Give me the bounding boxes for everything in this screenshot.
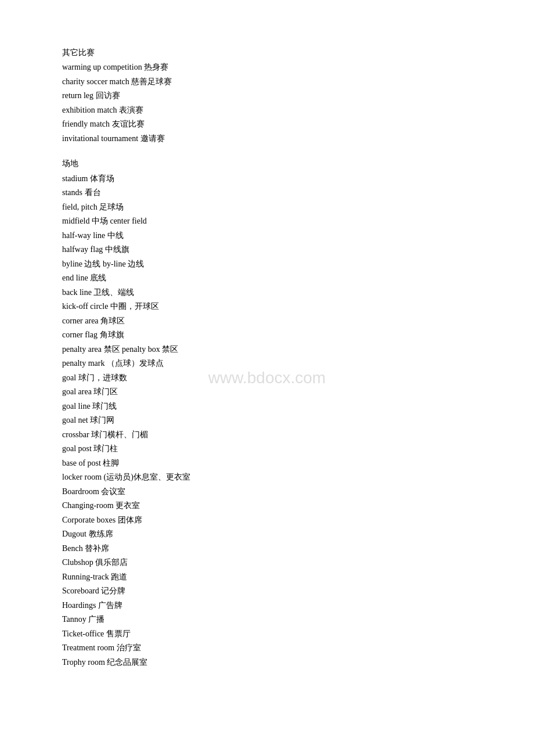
entry: goal line 球门线	[62, 399, 472, 414]
entry: Boardroom 会议室	[62, 485, 472, 499]
entry: Corporate boxes 团体席	[62, 513, 472, 528]
entry: penalty mark （点球）发球点	[62, 357, 472, 371]
entry: back line 卫线、端线	[62, 286, 472, 300]
entry: Running-track 跑道	[62, 570, 472, 585]
entry: invitational tournament 邀请赛	[62, 132, 472, 146]
entry: friendly match 友谊比赛	[62, 117, 472, 132]
entry: crossbar 球门横杆、门楣	[62, 428, 472, 442]
entry: end line 底线	[62, 271, 472, 286]
entry: penalty area 禁区 penalty box 禁区	[62, 343, 472, 357]
entry: goal net 球门网	[62, 413, 472, 428]
entry: charity soccer match 慈善足球赛	[62, 75, 472, 89]
section-other-matches: 其它比赛warming up competition 热身赛charity so…	[62, 46, 472, 146]
entry: halfway flag 中线旗	[62, 243, 472, 257]
entry: field, pitch 足球场	[62, 200, 472, 215]
entry: stadium 体育场	[62, 172, 472, 186]
entry: half-way line 中线	[62, 229, 472, 243]
entry: Clubshop 俱乐部店	[62, 556, 472, 570]
entry: Scoreboard 记分牌	[62, 584, 472, 599]
entry: return leg 回访赛	[62, 89, 472, 103]
entry: Ticket-office 售票厅	[62, 627, 472, 642]
document-content: 其它比赛warming up competition 热身赛charity so…	[62, 46, 472, 669]
section-venue: 场地stadium 体育场stands 看台field, pitch 足球场mi…	[62, 157, 472, 669]
entry: Trophy room 纪念品展室	[62, 656, 472, 670]
entry: Dugout 教练席	[62, 527, 472, 542]
entry: Hoardings 广告牌	[62, 599, 472, 613]
entry: Tannoy 广播	[62, 613, 472, 627]
entry: byline 边线 by-line 边线	[62, 257, 472, 272]
entry: midfield 中场 center field	[62, 214, 472, 229]
entry: locker room (运动员)休息室、更衣室	[62, 470, 472, 485]
entry: Treatment room 治疗室	[62, 641, 472, 656]
entry: goal area 球门区	[62, 385, 472, 399]
entry: kick-off circle 中圈，开球区	[62, 300, 472, 314]
entry: goal 球门，进球数	[62, 371, 472, 386]
entry: goal post 球门柱	[62, 442, 472, 456]
entry: corner flag 角球旗	[62, 328, 472, 343]
entry: base of post 柱脚	[62, 456, 472, 471]
entry: warming up competition 热身赛	[62, 60, 472, 75]
entry: exhibition match 表演赛	[62, 103, 472, 118]
entry: Changing-room 更衣室	[62, 499, 472, 513]
entry: corner area 角球区	[62, 314, 472, 329]
section-title-other-matches: 其它比赛	[62, 46, 472, 59]
section-title-venue: 场地	[62, 157, 472, 170]
entry: stands 看台	[62, 186, 472, 200]
entry: Bench 替补席	[62, 542, 472, 556]
